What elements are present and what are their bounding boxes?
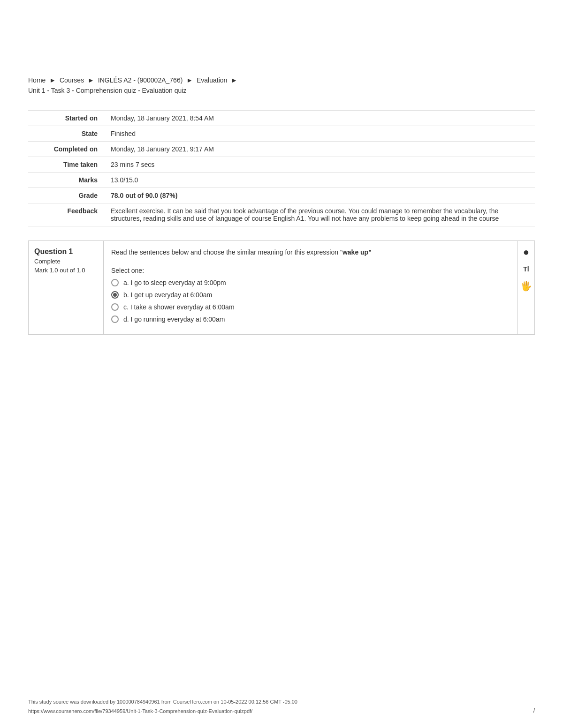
breadcrumb-course-name[interactable]: INGLÉS A2 - (900002A_766) bbox=[98, 76, 183, 84]
feedback-label: Feedback bbox=[28, 203, 103, 226]
right-panel: ● Tl 🖐 bbox=[517, 241, 534, 334]
breadcrumb-arrow-1: ► bbox=[49, 76, 56, 84]
question-label-text: Question bbox=[34, 248, 67, 255]
feedback-row: Feedback Excellent exercise. It can be s… bbox=[28, 203, 535, 226]
breadcrumb-evaluation[interactable]: Evaluation bbox=[197, 76, 227, 84]
grade-label: Grade bbox=[28, 188, 103, 203]
breadcrumb-home[interactable]: Home bbox=[28, 76, 46, 84]
started-on-label: Started on bbox=[28, 110, 103, 126]
time-taken-row: Time taken 23 mins 7 secs bbox=[28, 157, 535, 172]
marks-row: Marks 13.0/15.0 bbox=[28, 172, 535, 188]
breadcrumb: Home ► Courses ► INGLÉS A2 - (900002A_76… bbox=[28, 75, 535, 96]
state-row: State Finished bbox=[28, 126, 535, 141]
radio-b[interactable] bbox=[111, 291, 119, 299]
started-on-value: Monday, 18 January 2021, 8:54 AM bbox=[103, 110, 535, 126]
panel-icon-1[interactable]: ● bbox=[520, 246, 533, 259]
breadcrumb-arrow-2: ► bbox=[88, 76, 94, 84]
option-b[interactable]: b. I get up everyday at 6:00am bbox=[111, 291, 527, 299]
time-taken-label: Time taken bbox=[28, 157, 103, 172]
time-taken-value: 23 mins 7 secs bbox=[103, 157, 535, 172]
grade-row: Grade 78.0 out of 90.0 (87%) bbox=[28, 188, 535, 203]
breadcrumb-quiz-name[interactable]: Unit 1 - Task 3 - Comprehension quiz - E… bbox=[28, 87, 186, 94]
radio-c[interactable] bbox=[111, 303, 119, 311]
breadcrumb-arrow-3: ► bbox=[186, 76, 193, 84]
option-c-text: c. I take a shower everyday at 6:00am bbox=[123, 303, 235, 311]
question-text-bold: wake up" bbox=[342, 248, 372, 256]
question-number: 1 bbox=[68, 248, 73, 255]
footer-url[interactable]: https://www.coursehero.com/file/79344959… bbox=[28, 708, 252, 714]
select-one-label: Select one: bbox=[111, 267, 527, 274]
question-mark: Mark 1.0 out of 1.0 bbox=[34, 267, 98, 274]
page-number: / bbox=[533, 707, 535, 714]
option-d-text: d. I go running everyday at 6:00am bbox=[123, 315, 225, 323]
question-main: Read the sentences below and choose the … bbox=[104, 241, 534, 334]
options-list: a. I go to sleep everyday at 9:00pm b. I… bbox=[111, 279, 527, 323]
started-on-row: Started on Monday, 18 January 2021, 8:54… bbox=[28, 110, 535, 126]
question-block: Question 1 Complete Mark 1.0 out of 1.0 … bbox=[28, 240, 535, 335]
footer-note: This study source was downloaded by 1000… bbox=[28, 699, 535, 705]
question-status: Complete bbox=[34, 258, 98, 265]
question-text: Read the sentences below and choose the … bbox=[111, 248, 527, 257]
option-c[interactable]: c. I take a shower everyday at 6:00am bbox=[111, 303, 527, 311]
option-b-text: b. I get up everyday at 6:00am bbox=[123, 291, 212, 299]
question-text-part1: Read the sentences below and choose the … bbox=[111, 248, 342, 256]
option-a[interactable]: a. I go to sleep everyday at 9:00pm bbox=[111, 279, 527, 286]
radio-d[interactable] bbox=[111, 315, 119, 323]
feedback-value: Excellent exercise. It can be said that … bbox=[103, 203, 535, 226]
marks-label: Marks bbox=[28, 172, 103, 188]
question-sidebar: Question 1 Complete Mark 1.0 out of 1.0 bbox=[29, 241, 104, 334]
state-label: State bbox=[28, 126, 103, 141]
radio-a[interactable] bbox=[111, 279, 119, 286]
grade-value: 78.0 out of 90.0 (87%) bbox=[103, 188, 535, 203]
panel-icon-3[interactable]: 🖐 bbox=[520, 279, 533, 293]
option-a-text: a. I go to sleep everyday at 9:00pm bbox=[123, 279, 226, 286]
completed-on-value: Monday, 18 January 2021, 9:17 AM bbox=[103, 141, 535, 157]
option-d[interactable]: d. I go running everyday at 6:00am bbox=[111, 315, 527, 323]
breadcrumb-arrow-4: ► bbox=[231, 76, 237, 84]
page-wrapper: Home ► Courses ► INGLÉS A2 - (900002A_76… bbox=[0, 0, 563, 728]
marks-value: 13.0/15.0 bbox=[103, 172, 535, 188]
question-number-label: Question 1 bbox=[34, 248, 98, 256]
completed-on-row: Completed on Monday, 18 January 2021, 9:… bbox=[28, 141, 535, 157]
completed-on-label: Completed on bbox=[28, 141, 103, 157]
panel-icon-2[interactable]: Tl bbox=[520, 263, 533, 276]
state-value: Finished bbox=[103, 126, 535, 141]
breadcrumb-courses[interactable]: Courses bbox=[60, 76, 84, 84]
summary-table: Started on Monday, 18 January 2021, 8:54… bbox=[28, 110, 535, 226]
